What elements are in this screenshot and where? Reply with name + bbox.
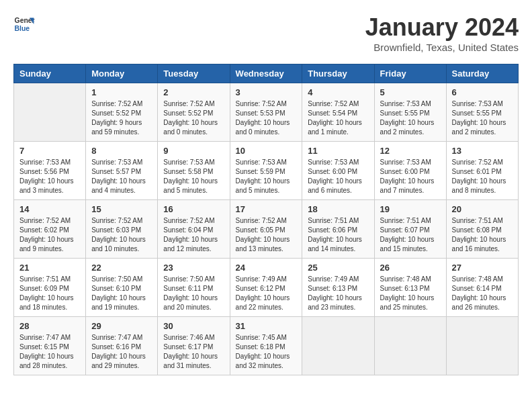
calendar-cell: 13Sunrise: 7:52 AMSunset: 6:01 PMDayligh… [446,142,518,200]
day-info: Sunrise: 7:53 AMSunset: 6:00 PMDaylight:… [380,158,441,195]
day-info: Sunrise: 7:53 AMSunset: 5:58 PMDaylight:… [163,158,224,195]
day-info: Sunrise: 7:46 AMSunset: 6:17 PMDaylight:… [163,333,224,371]
day-number: 19 [380,204,441,214]
day-info: Sunrise: 7:53 AMSunset: 5:55 PMDaylight:… [452,99,513,137]
day-number: 27 [452,263,513,273]
day-info: Sunrise: 7:51 AMSunset: 6:09 PMDaylight:… [19,275,80,312]
calendar-cell: 2Sunrise: 7:52 AMSunset: 5:52 PMDaylight… [158,83,230,142]
day-number: 6 [452,87,513,97]
day-number: 22 [91,263,152,273]
day-number: 9 [163,146,224,156]
day-info: Sunrise: 7:45 AMSunset: 6:18 PMDaylight:… [236,333,297,371]
day-number: 30 [163,321,224,331]
calendar-week-row: 28Sunrise: 7:47 AMSunset: 6:15 PMDayligh… [14,317,519,375]
svg-text:Blue: Blue [15,25,30,32]
day-number: 13 [452,146,513,156]
calendar-cell [446,317,518,375]
day-info: Sunrise: 7:48 AMSunset: 6:13 PMDaylight:… [380,275,441,312]
day-number: 20 [452,204,513,214]
day-info: Sunrise: 7:52 AMSunset: 5:54 PMDaylight:… [308,99,368,137]
day-number: 14 [19,204,80,214]
calendar-cell: 14Sunrise: 7:52 AMSunset: 6:02 PMDayligh… [14,200,86,259]
day-number: 12 [380,146,441,156]
day-info: Sunrise: 7:53 AMSunset: 6:00 PMDaylight:… [308,158,368,195]
day-info: Sunrise: 7:53 AMSunset: 5:55 PMDaylight:… [380,99,441,137]
calendar-table: SundayMondayTuesdayWednesdayThursdayFrid… [13,64,519,375]
day-info: Sunrise: 7:50 AMSunset: 6:10 PMDaylight:… [91,275,152,312]
day-info: Sunrise: 7:51 AMSunset: 6:06 PMDaylight:… [308,216,368,254]
day-info: Sunrise: 7:52 AMSunset: 6:05 PMDaylight:… [236,216,297,254]
calendar-cell: 21Sunrise: 7:51 AMSunset: 6:09 PMDayligh… [14,259,86,317]
weekday-header: Monday [86,64,158,83]
day-number: 24 [236,263,297,273]
day-number: 1 [91,87,152,97]
calendar-cell [14,83,86,142]
weekday-header-row: SundayMondayTuesdayWednesdayThursdayFrid… [14,64,519,83]
calendar-cell: 24Sunrise: 7:49 AMSunset: 6:12 PMDayligh… [230,259,302,317]
day-info: Sunrise: 7:49 AMSunset: 6:12 PMDaylight:… [236,275,297,312]
calendar-cell: 4Sunrise: 7:52 AMSunset: 5:54 PMDaylight… [302,83,374,142]
calendar-cell: 23Sunrise: 7:50 AMSunset: 6:11 PMDayligh… [158,259,230,317]
logo: General Blue [13,13,35,35]
day-number: 21 [19,263,80,273]
day-info: Sunrise: 7:47 AMSunset: 6:16 PMDaylight:… [91,333,152,371]
weekday-header: Wednesday [230,64,302,83]
day-info: Sunrise: 7:52 AMSunset: 6:03 PMDaylight:… [91,216,152,254]
day-number: 3 [236,87,297,97]
calendar-cell: 31Sunrise: 7:45 AMSunset: 6:18 PMDayligh… [230,317,302,375]
calendar-cell: 16Sunrise: 7:52 AMSunset: 6:04 PMDayligh… [158,200,230,259]
calendar-week-row: 21Sunrise: 7:51 AMSunset: 6:09 PMDayligh… [14,259,519,317]
calendar-cell [374,317,446,375]
calendar-cell: 3Sunrise: 7:52 AMSunset: 5:53 PMDaylight… [230,83,302,142]
weekday-header: Sunday [14,64,86,83]
calendar-cell: 12Sunrise: 7:53 AMSunset: 6:00 PMDayligh… [374,142,446,200]
day-number: 11 [308,146,368,156]
calendar-cell: 7Sunrise: 7:53 AMSunset: 5:56 PMDaylight… [14,142,86,200]
calendar-week-row: 14Sunrise: 7:52 AMSunset: 6:02 PMDayligh… [14,200,519,259]
day-info: Sunrise: 7:52 AMSunset: 6:02 PMDaylight:… [19,216,80,254]
day-info: Sunrise: 7:50 AMSunset: 6:11 PMDaylight:… [163,275,224,312]
day-number: 26 [380,263,441,273]
day-number: 8 [91,146,152,156]
day-info: Sunrise: 7:52 AMSunset: 5:52 PMDaylight:… [91,99,152,137]
day-info: Sunrise: 7:52 AMSunset: 6:04 PMDaylight:… [163,216,224,254]
weekday-header: Thursday [302,64,374,83]
day-number: 29 [91,321,152,331]
day-number: 17 [236,204,297,214]
calendar-title: January 2024 [365,13,519,42]
calendar-cell: 1Sunrise: 7:52 AMSunset: 5:52 PMDaylight… [86,83,158,142]
day-info: Sunrise: 7:53 AMSunset: 5:59 PMDaylight:… [236,158,297,195]
day-number: 5 [380,87,441,97]
calendar-cell: 22Sunrise: 7:50 AMSunset: 6:10 PMDayligh… [86,259,158,317]
calendar-cell: 28Sunrise: 7:47 AMSunset: 6:15 PMDayligh… [14,317,86,375]
calendar-cell: 25Sunrise: 7:49 AMSunset: 6:13 PMDayligh… [302,259,374,317]
calendar-cell: 11Sunrise: 7:53 AMSunset: 6:00 PMDayligh… [302,142,374,200]
day-info: Sunrise: 7:52 AMSunset: 6:01 PMDaylight:… [452,158,513,195]
calendar-cell: 27Sunrise: 7:48 AMSunset: 6:14 PMDayligh… [446,259,518,317]
day-info: Sunrise: 7:53 AMSunset: 5:57 PMDaylight:… [91,158,152,195]
calendar-cell: 29Sunrise: 7:47 AMSunset: 6:16 PMDayligh… [86,317,158,375]
day-number: 23 [163,263,224,273]
calendar-subtitle: Brownfield, Texas, United States [365,42,519,53]
day-number: 15 [91,204,152,214]
day-info: Sunrise: 7:51 AMSunset: 6:08 PMDaylight:… [452,216,513,254]
calendar-cell: 18Sunrise: 7:51 AMSunset: 6:06 PMDayligh… [302,200,374,259]
logo-icon: General Blue [13,13,35,35]
title-section: January 2024 Brownfield, Texas, United S… [365,13,519,53]
calendar-cell: 26Sunrise: 7:48 AMSunset: 6:13 PMDayligh… [374,259,446,317]
calendar-week-row: 1Sunrise: 7:52 AMSunset: 5:52 PMDaylight… [14,83,519,142]
day-number: 16 [163,204,224,214]
calendar-cell: 20Sunrise: 7:51 AMSunset: 6:08 PMDayligh… [446,200,518,259]
calendar-cell: 5Sunrise: 7:53 AMSunset: 5:55 PMDaylight… [374,83,446,142]
day-info: Sunrise: 7:53 AMSunset: 5:56 PMDaylight:… [19,158,80,195]
day-info: Sunrise: 7:48 AMSunset: 6:14 PMDaylight:… [452,275,513,312]
calendar-week-row: 7Sunrise: 7:53 AMSunset: 5:56 PMDaylight… [14,142,519,200]
page-header: General Blue January 2024 Brownfield, Te… [13,13,519,53]
day-number: 18 [308,204,368,214]
day-number: 4 [308,87,368,97]
day-number: 31 [236,321,297,331]
day-number: 2 [163,87,224,97]
weekday-header: Saturday [446,64,518,83]
calendar-cell: 9Sunrise: 7:53 AMSunset: 5:58 PMDaylight… [158,142,230,200]
day-info: Sunrise: 7:49 AMSunset: 6:13 PMDaylight:… [308,275,368,312]
